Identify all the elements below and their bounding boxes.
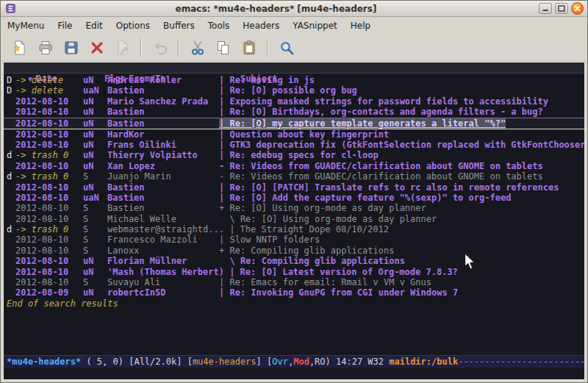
message-row[interactable]: D-> deleteuNAndreas Röhler | Re: moving … [4, 75, 584, 85]
paste-icon [241, 40, 257, 56]
message-date: 2012-08-10 [15, 129, 83, 140]
print-button[interactable] [34, 37, 57, 59]
message-row[interactable]: d-> trash 0SJuanjo Marin - Re: Videos fr… [4, 171, 584, 182]
close-buffer-icon [89, 40, 105, 56]
search-icon [279, 40, 295, 56]
modeline-plain: ,RO) [309, 357, 336, 367]
menu-mymenu[interactable]: MyMenu [1, 18, 51, 33]
modeline-folder: maildir:/bulk [389, 357, 458, 367]
message-row[interactable]: d-> trash 0Swebmaster@straightd... | The… [4, 224, 584, 235]
buffer-area: ▼DateFlgsFrom/ToSubject D-> deleteuNAndr… [3, 62, 585, 380]
message-flags: uN [83, 96, 107, 107]
copy-button[interactable] [212, 37, 234, 59]
message-row[interactable]: 2012-08-10SFrancesco Mazzoli | Slow NNTP… [4, 235, 584, 245]
emacs-icon [4, 3, 16, 15]
message-subject: | Re: edebug specs for cl-loop [219, 150, 379, 160]
message-row[interactable]: D-> deleteuaNBastien | Re: [O] possible … [4, 85, 584, 96]
message-date: 2012-08-10 [15, 140, 83, 150]
message-row[interactable]: 2012-08-10uNBastien | Re: [O] [PATCH] Tr… [4, 182, 584, 193]
paste-button[interactable] [237, 37, 260, 59]
message-subject: | Exposing masked strings for password f… [219, 96, 548, 107]
menu-yasnippet[interactable]: YASnippet [286, 18, 344, 33]
message-flags: uN [83, 267, 107, 277]
message-from: Mario Sanchez Prada [107, 96, 219, 107]
search-button[interactable] [275, 37, 298, 59]
message-subject: | Slow NNTP folders [219, 235, 320, 245]
undo-icon [152, 40, 168, 56]
emacs-window: { "window": { "title": "emacs: *mu4e-hea… [0, 0, 588, 383]
message-row[interactable]: 2012-08-10SLanoxx + Re: Compiling glib a… [4, 246, 584, 256]
menu-buffers[interactable]: Buffers [157, 18, 201, 33]
message-row[interactable]: 2012-08-10uNXan Lopez - Re: Videos from … [4, 161, 584, 171]
menu-options[interactable]: Options [110, 18, 157, 33]
message-flags: uN [83, 287, 107, 298]
message-mark: D [7, 75, 15, 85]
message-date: 2012-08-10 [15, 267, 83, 277]
message-flags: S [83, 203, 107, 213]
message-from: Michael Welle [107, 214, 219, 224]
minimize-button[interactable] [539, 3, 552, 14]
message-row[interactable]: 2012-08-09uNrobertcInSD | Re: Invoking G… [4, 287, 584, 298]
column-headers: ▼DateFlgsFrom/ToSubject [4, 62, 584, 74]
message-date: -> trash 0 [15, 224, 83, 235]
message-subject: | Re: [O] Add the capture feature "%(sex… [219, 193, 511, 203]
message-row[interactable]: 2012-08-10SMichael Welle \ Re: [O] Using… [4, 214, 584, 224]
message-from: Lanoxx [107, 246, 219, 256]
menu-edit[interactable]: Edit [79, 18, 110, 33]
menu-tools[interactable]: Tools [201, 18, 237, 33]
undo-button [148, 37, 171, 59]
toolbar [1, 34, 587, 62]
message-flags: S [83, 224, 107, 235]
save-as-button [111, 37, 134, 59]
message-date: 2012-08-10 [15, 161, 83, 171]
mode-line: *mu4e-headers* ( 5, 0) [All/2.0k] [mu4e-… [4, 355, 584, 368]
copy-icon [215, 40, 232, 56]
modeline-mode: mu4e-headers [193, 357, 257, 367]
message-from: webmaster@straightd... [107, 224, 229, 235]
message-date: 2012-08-10 [15, 193, 83, 203]
minimize-icon [542, 5, 549, 12]
message-mark: d [7, 150, 15, 160]
message-row[interactable]: 2012-08-10uaNBastien | Re: [O] Add the c… [4, 193, 584, 203]
message-subject: | Re: Emacs for email: Rmail v VM v Gnus [219, 277, 431, 287]
message-date: 2012-08-10 [15, 96, 83, 107]
menu-headers[interactable]: Headers [236, 18, 286, 33]
message-row[interactable]: 2012-08-10uNFrans Oilinki | GTK3 depreca… [4, 140, 584, 150]
menu-help[interactable]: Help [344, 18, 377, 33]
message-from: Bastien [107, 107, 219, 117]
message-flags: S [83, 214, 107, 224]
message-row[interactable]: 2012-08-10uNBastien | Re: [O] Birthdays,… [4, 107, 584, 117]
close-buffer-button[interactable] [85, 37, 108, 59]
message-row[interactable]: 2012-08-10uN'Mash (Thomas Herbert) | Re:… [4, 267, 584, 277]
message-from: Bastien [107, 203, 219, 213]
close-button[interactable] [571, 2, 584, 15]
echo-area[interactable] [4, 368, 584, 379]
close-icon [574, 5, 581, 12]
save-button[interactable] [60, 37, 82, 59]
message-subject: | Re: moving in js [219, 75, 315, 85]
message-flags: uaN [83, 85, 107, 96]
message-row[interactable]: d-> trash 0uNThierry Volpiatto | Re: ede… [4, 150, 584, 160]
message-date: -> delete [15, 75, 83, 85]
message-row[interactable]: 2012-08-10uNFlorian Müllner \ Re: Compil… [4, 256, 584, 266]
message-date: 2012-08-09 [15, 287, 83, 298]
message-row[interactable]: 2012-08-10SBastien + Re: [O] Using org-m… [4, 203, 584, 213]
message-row[interactable]: 2012-08-10uNHardKor | Question about key… [4, 129, 584, 140]
message-row[interactable]: 2012-08-10uNBastien | Re: [O] my capture… [4, 118, 584, 129]
menu-file[interactable]: File [51, 18, 79, 33]
message-from: Bastien [107, 118, 219, 129]
cut-button[interactable] [186, 37, 209, 59]
message-row[interactable]: 2012-08-10uNMario Sanchez Prada | Exposi… [4, 96, 584, 107]
new-file-button[interactable] [8, 37, 31, 59]
window-controls [536, 2, 584, 15]
message-from: 'Mash (Thomas Herbert) [107, 267, 229, 277]
message-row[interactable]: 2012-08-10SSuvayu Ali | Re: Emacs for em… [4, 277, 584, 287]
maximize-button[interactable] [555, 3, 568, 14]
message-date: 2012-08-10 [15, 277, 83, 287]
message-date: -> delete [15, 85, 83, 96]
toolbar-separator [267, 38, 268, 57]
print-icon [37, 40, 54, 56]
message-from: HardKor [107, 129, 219, 140]
message-date: 2012-08-10 [15, 235, 83, 245]
message-subject: | Re: [O] my capture template generates … [219, 118, 506, 129]
